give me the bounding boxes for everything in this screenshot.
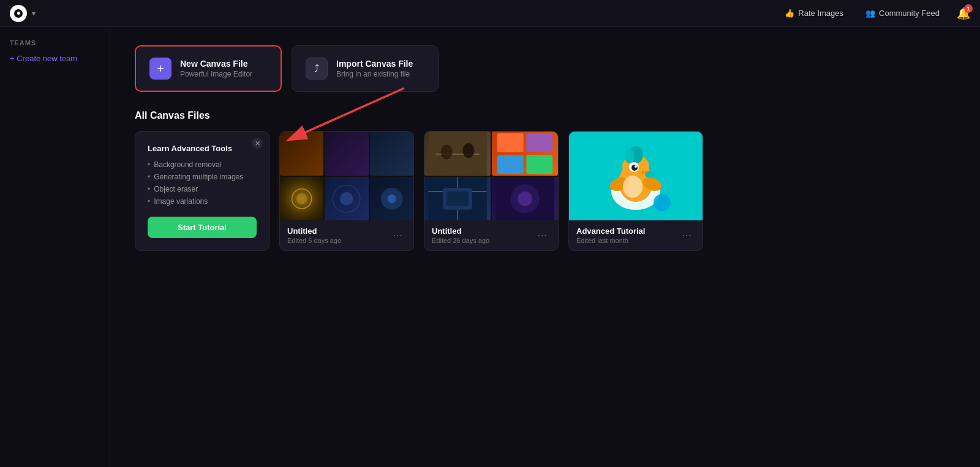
teams-section-label: TEAMS	[10, 39, 100, 47]
canvas-card-thumb-1	[280, 132, 413, 220]
svg-rect-15	[526, 155, 552, 174]
thumb-cell	[280, 132, 323, 176]
svg-point-11	[462, 143, 474, 158]
app-layout: TEAMS + Create new team + New Canvas Fil…	[0, 27, 980, 467]
canvas-file-name-1: Untitled	[287, 226, 341, 236]
canvas-file-card-2[interactable]: Untitled Edited 26 days ago ⋯	[424, 131, 559, 251]
thumb-cell	[370, 132, 413, 176]
tutorial-item-1: Background removal	[148, 160, 257, 169]
svg-point-5	[340, 192, 353, 205]
import-canvas-subtitle: Bring in an existing file	[336, 70, 413, 78]
svg-point-3	[296, 193, 307, 204]
svg-rect-14	[497, 155, 524, 174]
canvas-file-name-2: Untitled	[432, 226, 489, 236]
thumb-cell	[280, 177, 323, 221]
topnav-left: ▾	[10, 5, 36, 22]
import-canvas-title: Import Canvas File	[336, 59, 413, 69]
canvas-card-thumb-3	[569, 132, 703, 220]
thumb-cell	[492, 177, 558, 221]
chevron-down-icon[interactable]: ▾	[32, 9, 36, 18]
svg-rect-12	[497, 133, 524, 152]
plus-icon: +	[157, 62, 164, 76]
community-feed-button[interactable]: 👥 Community Feed	[861, 6, 944, 20]
svg-rect-18	[447, 191, 469, 206]
new-canvas-subtitle: Powerful Image Editor	[180, 70, 252, 78]
canvas-file-card-1[interactable]: Untitled Edited 6 days ago ⋯	[279, 131, 414, 251]
tutorial-item-2: Generating multiple images	[148, 173, 257, 181]
action-cards-row: + New Canvas File Powerful Image Editor	[135, 45, 956, 92]
thumb-cell	[370, 177, 413, 221]
tutorial-card: ✕ Learn Advanced Tools Background remova…	[135, 131, 270, 251]
sidebar: TEAMS + Create new team	[0, 27, 110, 467]
canvas-card-footer-1: Untitled Edited 6 days ago ⋯	[280, 220, 413, 250]
canvas-card-menu-2[interactable]: ⋯	[533, 228, 551, 242]
all-canvas-files-title: All Canvas Files	[135, 110, 956, 121]
import-canvas-card[interactable]: ⤴ Import Canvas File Bring in an existin…	[292, 45, 439, 92]
thumb-cell	[424, 132, 491, 176]
canvas-file-date-1: Edited 6 days ago	[287, 237, 341, 244]
canvas-card-footer-3: Advanced Tutorial Edited last month ⋯	[569, 220, 703, 250]
thumb-cell	[492, 132, 558, 176]
svg-point-10	[441, 144, 453, 159]
svg-point-25	[518, 191, 532, 206]
canvas-files-grid: ✕ Learn Advanced Tools Background remova…	[135, 131, 956, 251]
notifications-badge: 1	[964, 4, 973, 13]
rate-images-button[interactable]: 👍 Rate Images	[780, 6, 848, 20]
canvas-card-footer-2: Untitled Edited 26 days ago ⋯	[424, 220, 558, 250]
new-canvas-card-text: New Canvas File Powerful Image Editor	[180, 59, 252, 78]
svg-point-7	[387, 194, 396, 203]
app-logo[interactable]	[10, 5, 27, 22]
topnav: ▾ 👍 Rate Images 👥 Community Feed 🔔 1	[0, 0, 980, 27]
thumb-cell	[424, 177, 491, 221]
tutorial-item-4: Image variations	[148, 197, 257, 206]
thumb-cell	[325, 177, 368, 221]
notifications-bell[interactable]: 🔔 1	[957, 7, 970, 20]
import-icon: ⤴	[314, 63, 319, 74]
svg-rect-13	[526, 133, 552, 152]
main-content: + New Canvas File Powerful Image Editor	[110, 27, 980, 467]
svg-point-35	[635, 165, 637, 168]
svg-point-34	[631, 165, 638, 171]
tutorial-list: Background removal Generating multiple i…	[148, 160, 257, 206]
canvas-file-card-3[interactable]: Advanced Tutorial Edited last month ⋯	[568, 131, 703, 251]
new-canvas-title: New Canvas File	[180, 59, 252, 69]
canvas-card-menu-1[interactable]: ⋯	[389, 228, 406, 242]
thumbs-up-icon: 👍	[785, 9, 794, 18]
svg-point-39	[654, 194, 671, 211]
tutorial-item-3: Object eraser	[148, 185, 257, 193]
start-tutorial-button[interactable]: Start Tutorial	[148, 217, 257, 238]
thumb-cell	[325, 132, 368, 176]
topnav-right: 👍 Rate Images 👥 Community Feed 🔔 1	[780, 6, 970, 20]
canvas-file-name-3: Advanced Tutorial	[576, 226, 645, 236]
svg-point-38	[623, 176, 643, 198]
tutorial-card-title: Learn Advanced Tools	[148, 144, 257, 153]
new-canvas-icon-box: +	[149, 58, 172, 80]
canvas-card-thumb-2	[424, 132, 558, 220]
svg-point-32	[625, 149, 635, 163]
new-canvas-card[interactable]: + New Canvas File Powerful Image Editor	[135, 45, 282, 92]
import-canvas-icon-box: ⤴	[306, 58, 328, 80]
create-new-team-button[interactable]: + Create new team	[10, 54, 77, 63]
people-icon: 👥	[865, 9, 875, 18]
canvas-card-menu-3[interactable]: ⋯	[678, 228, 695, 242]
import-canvas-card-text: Import Canvas File Bring in an existing …	[336, 59, 413, 78]
canvas-file-date-3: Edited last month	[576, 237, 645, 244]
tutorial-close-button[interactable]: ✕	[252, 138, 263, 149]
canvas-file-date-2: Edited 26 days ago	[432, 237, 489, 244]
